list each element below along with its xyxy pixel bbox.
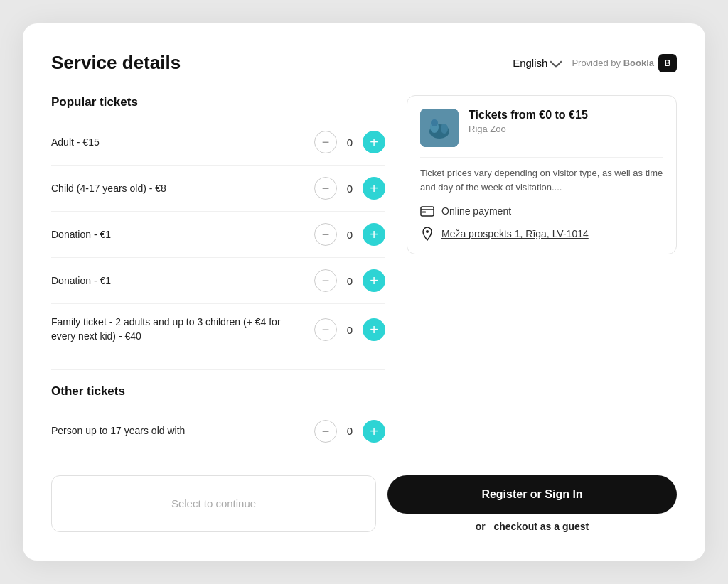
table-row: Child (4-17 years old) - €8 − 0 + [51, 166, 385, 212]
counter-value: 0 [344, 136, 355, 148]
svg-point-8 [426, 230, 429, 233]
svg-point-4 [441, 124, 448, 134]
decrement-button[interactable]: − [314, 269, 337, 292]
main-content: Popular tickets Adult - €15 − 0 + Child … [51, 95, 677, 453]
info-card-subtitle: Riga Zoo [469, 124, 588, 134]
ticket-counter: − 0 + [314, 420, 385, 443]
section-divider [51, 369, 385, 370]
table-row: Adult - €15 − 0 + [51, 119, 385, 166]
svg-rect-7 [422, 212, 426, 213]
info-card-description: Ticket prices vary depending on visitor … [420, 157, 663, 194]
bottom-bar: Select to continue Register or Sign In o… [51, 475, 677, 532]
other-tickets-heading: Other tickets [51, 384, 385, 399]
increment-button[interactable]: + [363, 223, 385, 246]
table-row: Donation - €1 − 0 + [51, 258, 385, 304]
increment-button[interactable]: + [363, 318, 385, 341]
credit-card-icon [420, 204, 434, 218]
info-card-title: Tickets from €0 to €15 [469, 109, 588, 121]
ticket-counter: − 0 + [314, 131, 385, 153]
svg-point-3 [431, 119, 438, 126]
ticket-counter: − 0 + [314, 177, 385, 200]
table-row: Family ticket - 2 adults and up to 3 chi… [51, 304, 385, 355]
bookla-badge: B [658, 54, 677, 72]
counter-value: 0 [344, 229, 355, 241]
increment-button[interactable]: + [363, 269, 385, 292]
payment-feature: Online payment [420, 204, 663, 218]
location-pin-icon [420, 227, 434, 241]
popular-tickets-heading: Popular tickets [51, 95, 385, 109]
header-right: English Provided by Bookla B [513, 54, 677, 72]
guest-checkout-link[interactable]: checkout as a guest [493, 521, 589, 532]
counter-value: 0 [344, 425, 355, 437]
info-card: Tickets from €0 to €15 Riga Zoo Ticket p… [407, 95, 677, 254]
page-title: Service details [51, 52, 181, 74]
popular-tickets-list: Adult - €15 − 0 + Child (4-17 years old)… [51, 119, 385, 355]
increment-button[interactable]: + [363, 420, 385, 443]
select-continue-button[interactable]: Select to continue [51, 475, 376, 532]
language-label: English [513, 57, 547, 69]
guest-checkout-row: or checkout as a guest [387, 521, 677, 532]
ticket-name: Person up to 17 years old with [51, 424, 314, 438]
left-panel: Popular tickets Adult - €15 − 0 + Child … [51, 95, 385, 453]
decrement-button[interactable]: − [314, 420, 337, 443]
ticket-name: Donation - €1 [51, 228, 314, 242]
ticket-name: Adult - €15 [51, 136, 314, 150]
address-feature: Meža prospekts 1, Rīga, LV-1014 [420, 227, 663, 241]
info-card-top: Tickets from €0 to €15 Riga Zoo [420, 109, 663, 147]
ticket-counter: − 0 + [314, 318, 385, 341]
other-tickets-list: Person up to 17 years old with − 0 + [51, 409, 385, 454]
provided-by-label: Provided by Bookla [572, 58, 654, 68]
decrement-button[interactable]: − [314, 318, 337, 341]
table-row: Donation - €1 − 0 + [51, 212, 385, 258]
register-sign-in-button[interactable]: Register or Sign In [387, 475, 677, 514]
decrement-button[interactable]: − [314, 177, 337, 200]
info-card-text: Tickets from €0 to €15 Riga Zoo [469, 109, 588, 134]
decrement-button[interactable]: − [314, 223, 337, 246]
zoo-thumbnail [420, 109, 459, 147]
payment-label: Online payment [441, 205, 511, 217]
address-link[interactable]: Meža prospekts 1, Rīga, LV-1014 [441, 228, 589, 239]
right-panel: Tickets from €0 to €15 Riga Zoo Ticket p… [407, 95, 677, 453]
info-card-features: Online payment Meža prospekts 1, Rīga, L… [420, 204, 663, 241]
ticket-name: Family ticket - 2 adults and up to 3 chi… [51, 315, 314, 343]
increment-button[interactable]: + [363, 131, 385, 153]
chevron-down-icon [550, 55, 562, 67]
ticket-counter: − 0 + [314, 269, 385, 292]
counter-value: 0 [344, 183, 355, 195]
or-label: or [476, 521, 486, 532]
increment-button[interactable]: + [363, 177, 385, 200]
counter-value: 0 [344, 324, 355, 336]
bottom-right: Register or Sign In or checkout as a gue… [387, 475, 677, 532]
language-selector[interactable]: English [513, 57, 560, 69]
provided-by: Provided by Bookla B [572, 54, 677, 72]
ticket-name: Child (4-17 years old) - €8 [51, 182, 314, 196]
decrement-button[interactable]: − [314, 131, 337, 153]
modal-header: Service details English Provided by Book… [51, 52, 677, 74]
table-row: Person up to 17 years old with − 0 + [51, 409, 385, 454]
service-details-modal: Service details English Provided by Book… [23, 23, 705, 560]
ticket-name: Donation - €1 [51, 274, 314, 288]
ticket-counter: − 0 + [314, 223, 385, 246]
counter-value: 0 [344, 275, 355, 287]
